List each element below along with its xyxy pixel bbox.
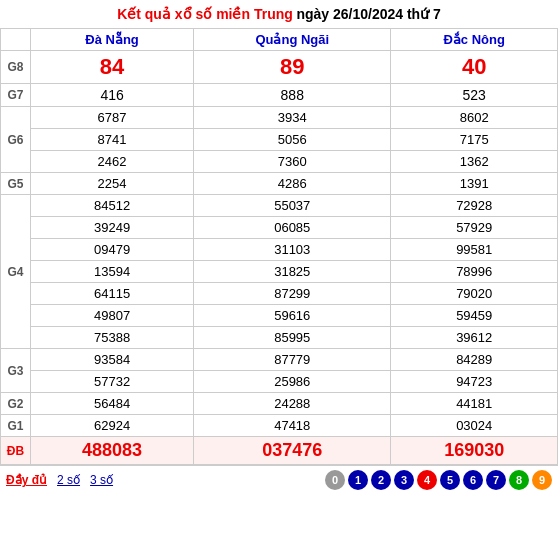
page-num-8[interactable]: 8 bbox=[509, 470, 529, 490]
g2-v1: 56484 bbox=[31, 393, 194, 415]
footer-link-2so[interactable]: 2 số bbox=[57, 473, 80, 487]
g4-label: G4 bbox=[1, 195, 31, 349]
g4-r6-v2: 59616 bbox=[194, 305, 391, 327]
col1-header: Đà Nẵng bbox=[31, 29, 194, 51]
table-row: 09479 31103 99581 bbox=[1, 239, 558, 261]
g4-r2-v2: 06085 bbox=[194, 217, 391, 239]
footer-links: Đầy đủ 2 số 3 số bbox=[6, 473, 113, 487]
g4-r4-v3: 78996 bbox=[391, 261, 558, 283]
g4-r7-v2: 85995 bbox=[194, 327, 391, 349]
g2-v2: 24288 bbox=[194, 393, 391, 415]
header: Kết quả xổ số miền Trung ngày 26/10/2024… bbox=[0, 0, 558, 28]
g4-r1-v3: 72928 bbox=[391, 195, 558, 217]
table-row: 49807 59616 59459 bbox=[1, 305, 558, 327]
g5-v2: 4286 bbox=[194, 173, 391, 195]
page-num-3[interactable]: 3 bbox=[394, 470, 414, 490]
g6-r2-v2: 5056 bbox=[194, 129, 391, 151]
g4-r2-v1: 39249 bbox=[31, 217, 194, 239]
g4-r5-v2: 87299 bbox=[194, 283, 391, 305]
g8-v2: 89 bbox=[194, 51, 391, 84]
g3-label: G3 bbox=[1, 349, 31, 393]
g4-r4-v1: 13594 bbox=[31, 261, 194, 283]
g8-label: G8 bbox=[1, 51, 31, 84]
table-row: 64115 87299 79020 bbox=[1, 283, 558, 305]
footer-link-3so[interactable]: 3 số bbox=[90, 473, 113, 487]
g6-r3-v1: 2462 bbox=[31, 151, 194, 173]
table-row: 8741 5056 7175 bbox=[1, 129, 558, 151]
g6-r1-v3: 8602 bbox=[391, 107, 558, 129]
table-row: G7 416 888 523 bbox=[1, 84, 558, 107]
g1-label: G1 bbox=[1, 415, 31, 437]
g4-r3-v1: 09479 bbox=[31, 239, 194, 261]
table-row: 75388 85995 39612 bbox=[1, 327, 558, 349]
g1-v3: 03024 bbox=[391, 415, 558, 437]
g2-v3: 44181 bbox=[391, 393, 558, 415]
g8-v1: 84 bbox=[31, 51, 194, 84]
g7-label: G7 bbox=[1, 84, 31, 107]
g3-r2-v3: 94723 bbox=[391, 371, 558, 393]
page-num-7[interactable]: 7 bbox=[486, 470, 506, 490]
table-row: G4 84512 55037 72928 bbox=[1, 195, 558, 217]
col2-header: Quảng Ngãi bbox=[194, 29, 391, 51]
table-row: G2 56484 24288 44181 bbox=[1, 393, 558, 415]
g2-label: G2 bbox=[1, 393, 31, 415]
g4-r5-v1: 64115 bbox=[31, 283, 194, 305]
g4-r1-v2: 55037 bbox=[194, 195, 391, 217]
db-label: ĐB bbox=[1, 437, 31, 465]
g4-r2-v3: 57929 bbox=[391, 217, 558, 239]
g1-v2: 47418 bbox=[194, 415, 391, 437]
g4-r7-v1: 75388 bbox=[31, 327, 194, 349]
table-row: 13594 31825 78996 bbox=[1, 261, 558, 283]
table-row: G8 84 89 40 bbox=[1, 51, 558, 84]
g6-r3-v2: 7360 bbox=[194, 151, 391, 173]
db-v2: 037476 bbox=[194, 437, 391, 465]
g6-r1-v2: 3934 bbox=[194, 107, 391, 129]
g7-v2: 888 bbox=[194, 84, 391, 107]
table-row: 57732 25986 94723 bbox=[1, 371, 558, 393]
page-num-4[interactable]: 4 bbox=[417, 470, 437, 490]
g6-r2-v3: 7175 bbox=[391, 129, 558, 151]
g1-v1: 62924 bbox=[31, 415, 194, 437]
g4-r7-v3: 39612 bbox=[391, 327, 558, 349]
g6-r1-v1: 6787 bbox=[31, 107, 194, 129]
g3-r1-v1: 93584 bbox=[31, 349, 194, 371]
g3-r2-v2: 25986 bbox=[194, 371, 391, 393]
g7-v1: 416 bbox=[31, 84, 194, 107]
footer-link-full[interactable]: Đầy đủ bbox=[6, 473, 47, 487]
page-numbers: 0 1 2 3 4 5 6 7 8 9 bbox=[325, 470, 552, 490]
g4-r5-v3: 79020 bbox=[391, 283, 558, 305]
g4-r4-v2: 31825 bbox=[194, 261, 391, 283]
table-row: 2462 7360 1362 bbox=[1, 151, 558, 173]
table-row: 39249 06085 57929 bbox=[1, 217, 558, 239]
table-row: ĐB 488083 037476 169030 bbox=[1, 437, 558, 465]
page-num-6[interactable]: 6 bbox=[463, 470, 483, 490]
db-v3: 169030 bbox=[391, 437, 558, 465]
table-row: G6 6787 3934 8602 bbox=[1, 107, 558, 129]
page-num-2[interactable]: 2 bbox=[371, 470, 391, 490]
table-row: G3 93584 87779 84289 bbox=[1, 349, 558, 371]
col3-header: Đắc Nông bbox=[391, 29, 558, 51]
g4-r6-v1: 49807 bbox=[31, 305, 194, 327]
table-row: G1 62924 47418 03024 bbox=[1, 415, 558, 437]
g4-r3-v3: 99581 bbox=[391, 239, 558, 261]
table-row: G5 2254 4286 1391 bbox=[1, 173, 558, 195]
header-date-val: ngày 26/10/2024 thứ 7 bbox=[296, 6, 440, 22]
page-num-0[interactable]: 0 bbox=[325, 470, 345, 490]
footer: Đầy đủ 2 số 3 số 0 1 2 3 4 5 6 7 8 9 bbox=[0, 465, 558, 494]
page-num-9[interactable]: 9 bbox=[532, 470, 552, 490]
g5-v3: 1391 bbox=[391, 173, 558, 195]
g5-label: G5 bbox=[1, 173, 31, 195]
lottery-table: Đà Nẵng Quảng Ngãi Đắc Nông G8 84 89 40 … bbox=[0, 28, 558, 465]
g6-r3-v3: 1362 bbox=[391, 151, 558, 173]
g8-v3: 40 bbox=[391, 51, 558, 84]
g3-r2-v1: 57732 bbox=[31, 371, 194, 393]
g4-r6-v3: 59459 bbox=[391, 305, 558, 327]
page-num-5[interactable]: 5 bbox=[440, 470, 460, 490]
g3-r1-v3: 84289 bbox=[391, 349, 558, 371]
db-v1: 488083 bbox=[31, 437, 194, 465]
empty-header bbox=[1, 29, 31, 51]
header-title: Kết quả xổ số miền Trung bbox=[117, 6, 293, 22]
g4-r3-v2: 31103 bbox=[194, 239, 391, 261]
g5-v1: 2254 bbox=[31, 173, 194, 195]
page-num-1[interactable]: 1 bbox=[348, 470, 368, 490]
